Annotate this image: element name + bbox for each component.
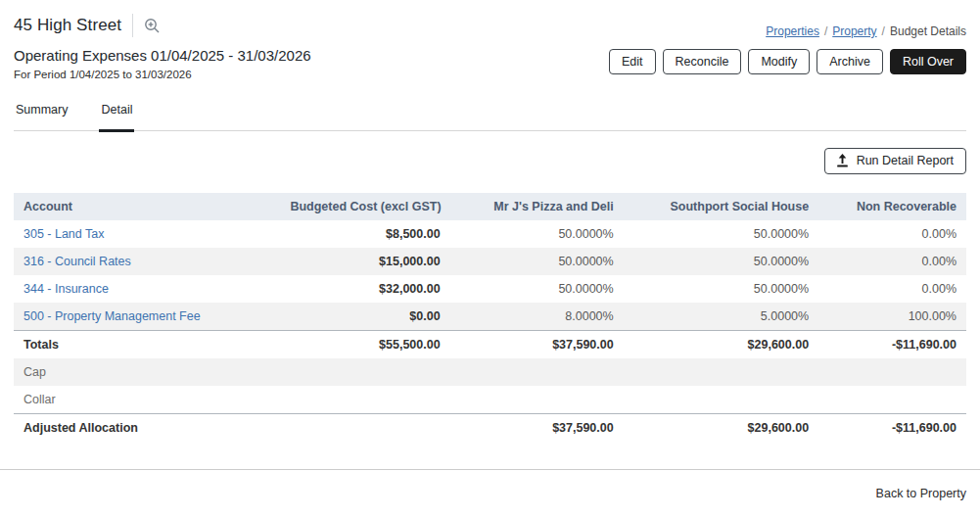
breadcrumb-separator: / [882, 24, 885, 38]
table-row: 500 - Property Management Fee$0.008.0000… [14, 303, 966, 331]
table-row: 344 - Insurance$32,000.0050.0000%50.0000… [14, 275, 966, 303]
column-header-non-recoverable: Non Recoverable [818, 193, 966, 220]
budget-actions: Edit Reconcile Modify Archive Roll Over [609, 49, 966, 74]
account-cell: 344 - Insurance [14, 275, 280, 303]
cap-row: Cap [14, 358, 966, 386]
adjusted-budgeted [280, 414, 449, 443]
collar-non-recoverable [818, 386, 966, 414]
top-bar: 45 High Street Properties/Property/Budge… [14, 14, 966, 38]
tab-bar: Summary Detail [14, 103, 966, 131]
collar-row: Collar [14, 386, 966, 414]
non-recoverable-cell: 0.00% [818, 248, 966, 275]
account-link[interactable]: 344 - Insurance [23, 282, 109, 296]
tenant2-allocation-cell: 50.0000% [624, 220, 818, 248]
run-detail-report-label: Run Detail Report [857, 154, 954, 167]
budget-details-page: 45 High Street Properties/Property/Budge… [0, 0, 980, 500]
tenant1-allocation-cell: 50.0000% [450, 220, 624, 248]
budget-title: Operating Expenses 01/04/2025 - 31/03/20… [14, 47, 311, 64]
account-link[interactable]: 316 - Council Rates [23, 255, 131, 268]
column-header-tenant2: Southport Social House [624, 193, 818, 220]
footer-divider [0, 469, 980, 470]
tenant2-allocation-cell: 50.0000% [624, 275, 818, 303]
breadcrumb-link-property[interactable]: Property [832, 24, 876, 38]
non-recoverable-cell: 100.00% [818, 303, 966, 331]
page-title: 45 High Street [14, 16, 121, 35]
modify-button[interactable]: Modify [748, 49, 810, 74]
collar-budgeted [280, 386, 449, 414]
account-cell: 305 - Land Tax [14, 220, 280, 248]
budgeted-cost-cell: $15,000.00 [280, 248, 449, 275]
roll-over-button[interactable]: Roll Over [890, 49, 966, 74]
budget-header: Operating Expenses 01/04/2025 - 31/03/20… [14, 47, 966, 80]
adjusted-tenant2: $29,600.00 [624, 414, 818, 443]
column-header-tenant1: Mr J's Pizza and Deli [450, 193, 624, 220]
tenant1-allocation-cell: 8.0000% [450, 303, 624, 331]
account-cell: 500 - Property Management Fee [14, 303, 280, 331]
breadcrumb-link-properties[interactable]: Properties [766, 24, 819, 38]
account-link[interactable]: 305 - Land Tax [23, 227, 104, 241]
table-row: 305 - Land Tax$8,500.0050.0000%50.0000%0… [14, 220, 966, 248]
tab-detail[interactable]: Detail [99, 103, 134, 132]
upload-icon [836, 154, 849, 167]
adjusted-allocation-row: Adjusted Allocation $37,590.00 $29,600.0… [14, 414, 966, 443]
budget-title-group: Operating Expenses 01/04/2025 - 31/03/20… [14, 47, 311, 80]
cap-tenant2 [624, 358, 818, 386]
budget-table: Account Budgeted Cost (excl GST) Mr J's … [14, 193, 966, 442]
cap-label: Cap [14, 358, 280, 386]
archive-button[interactable]: Archive [817, 49, 883, 74]
magnifier-plus-icon[interactable] [144, 18, 161, 34]
reconcile-button[interactable]: Reconcile [663, 49, 742, 74]
tenant2-allocation-cell: 5.0000% [624, 303, 818, 331]
budgeted-cost-cell: $32,000.00 [280, 275, 449, 303]
tenant1-allocation-cell: 50.0000% [450, 248, 624, 275]
totals-tenant1: $37,590.00 [450, 331, 624, 359]
breadcrumb-current: Budget Details [890, 24, 966, 38]
budget-table-header: Account Budgeted Cost (excl GST) Mr J's … [14, 193, 966, 220]
column-header-account: Account [14, 193, 280, 220]
tab-summary[interactable]: Summary [14, 103, 70, 130]
edit-button[interactable]: Edit [609, 49, 656, 74]
totals-non-recoverable: -$11,690.00 [818, 331, 966, 359]
title-divider [132, 14, 133, 37]
tenant2-allocation-cell: 50.0000% [624, 248, 818, 275]
non-recoverable-cell: 0.00% [818, 275, 966, 303]
non-recoverable-cell: 0.00% [818, 220, 966, 248]
cap-budgeted [280, 358, 449, 386]
totals-budgeted: $55,500.00 [280, 331, 449, 359]
back-to-property-link[interactable]: Back to Property [876, 487, 966, 500]
breadcrumb: Properties/Property/Budget Details [766, 24, 966, 38]
footer: Back to Property [14, 487, 966, 500]
totals-row: Totals $55,500.00 $37,590.00 $29,600.00 … [14, 331, 966, 359]
budget-table-summary: Totals $55,500.00 $37,590.00 $29,600.00 … [14, 331, 966, 443]
cap-non-recoverable [818, 358, 966, 386]
totals-tenant2: $29,600.00 [624, 331, 818, 359]
budgeted-cost-cell: $0.00 [280, 303, 449, 331]
budget-period-subtitle: For Period 1/04/2025 to 31/03/2026 [14, 69, 311, 80]
account-cell: 316 - Council Rates [14, 248, 280, 275]
collar-label: Collar [14, 386, 280, 414]
breadcrumb-separator: / [824, 24, 827, 38]
adjusted-allocation-label: Adjusted Allocation [14, 414, 280, 443]
adjusted-non-recoverable: -$11,690.00 [818, 414, 966, 443]
adjusted-tenant1: $37,590.00 [450, 414, 624, 443]
property-title-group: 45 High Street [14, 14, 161, 37]
budgeted-cost-cell: $8,500.00 [280, 220, 449, 248]
column-header-budgeted-cost: Budgeted Cost (excl GST) [280, 193, 449, 220]
totals-label: Totals [14, 331, 280, 359]
table-row: 316 - Council Rates$15,000.0050.0000%50.… [14, 248, 966, 275]
run-detail-report-button[interactable]: Run Detail Report [824, 148, 966, 174]
tenant1-allocation-cell: 50.0000% [450, 275, 624, 303]
collar-tenant1 [450, 386, 624, 414]
budget-table-body: 305 - Land Tax$8,500.0050.0000%50.0000%0… [14, 220, 966, 331]
collar-tenant2 [624, 386, 818, 414]
cap-tenant1 [450, 358, 624, 386]
account-link[interactable]: 500 - Property Management Fee [23, 309, 201, 323]
report-toolbar: Run Detail Report [14, 148, 966, 174]
